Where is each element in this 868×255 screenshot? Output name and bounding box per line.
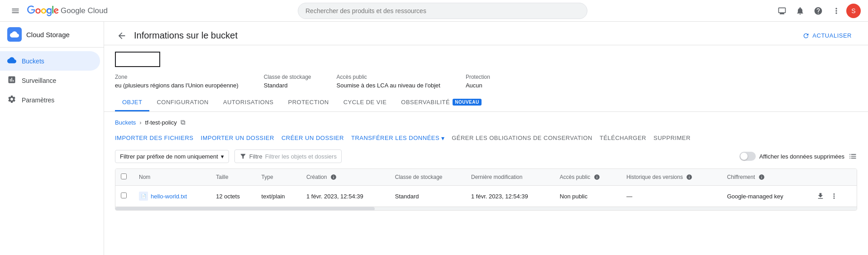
- hamburger-icon[interactable]: [7, 3, 24, 19]
- files-table-container: Nom Taille Type Création Classe de stock…: [115, 168, 857, 211]
- download-row-button[interactable]: [815, 190, 826, 202]
- page-header: Informations sur le bucket ACTUALISER: [104, 22, 868, 45]
- filter-label: Filtre: [249, 153, 262, 160]
- row-actions-header: [809, 169, 857, 186]
- row-checkbox[interactable]: [121, 192, 127, 198]
- sidebar-service-header: Cloud Storage: [0, 22, 104, 48]
- screen-icon[interactable]: [774, 3, 790, 19]
- tab-cycle-de-vie[interactable]: CYCLE DE VIE: [336, 94, 394, 111]
- file-storage-class-cell: Standard: [390, 186, 466, 207]
- scroll-bar-area: [115, 207, 857, 210]
- breadcrumb-separator: ›: [139, 119, 141, 126]
- notification-icon[interactable]: [792, 3, 808, 19]
- row-actions-cell: [809, 186, 857, 207]
- suppress-toggle[interactable]: [739, 152, 756, 161]
- gear-icon: [7, 95, 16, 105]
- bucket-meta: Zone eu (plusieurs régions dans l'Union …: [115, 74, 857, 89]
- public-access-column-header: Accès public: [554, 169, 621, 186]
- bucket-name-box: [115, 52, 160, 67]
- toggle-knob: [740, 153, 748, 160]
- more-icon[interactable]: [828, 3, 844, 19]
- service-name-label: Cloud Storage: [26, 31, 70, 38]
- back-button[interactable]: [115, 29, 129, 43]
- suppress-label: Afficher les données supprimées: [759, 153, 844, 160]
- tab-observabilite[interactable]: OBSERVABILITÉ NOUVEAU: [394, 94, 488, 111]
- download-button[interactable]: TÉLÉCHARGER: [600, 132, 646, 144]
- storage-class-meta: Classe de stockage Standard: [264, 74, 311, 89]
- transfer-data-button[interactable]: TRANSFÉRER LES DONNÉES: [351, 132, 439, 144]
- sidebar: Cloud Storage Buckets Surveillance Param…: [0, 0, 104, 255]
- zone-value: eu (plusieurs régions dans l'Union europ…: [115, 82, 238, 89]
- sidebar-item-parametres[interactable]: Paramètres: [0, 90, 100, 110]
- file-public-access-cell: Non public: [554, 186, 621, 207]
- help-icon[interactable]: [810, 3, 826, 19]
- delete-button[interactable]: SUPPRIMER: [653, 132, 691, 144]
- prefix-filter-dropdown[interactable]: Filtrer par préfixe de nom uniquement ▾: [115, 150, 229, 163]
- table-row: 📄 hello-world.txt 12 octets text/plain 1…: [115, 186, 857, 207]
- sidebar-item-surveillance[interactable]: Surveillance: [0, 71, 100, 90]
- cloud-label: Google Cloud: [61, 6, 108, 15]
- sidebar-surveillance-label: Surveillance: [22, 77, 56, 84]
- buckets-icon: [7, 56, 16, 66]
- file-link[interactable]: 📄 hello-world.txt: [139, 192, 205, 201]
- file-encryption-cell: Google-managed key: [722, 186, 810, 207]
- zone-meta: Zone eu (plusieurs régions dans l'Union …: [115, 74, 238, 89]
- user-avatar[interactable]: S: [846, 4, 861, 18]
- file-name-cell: 📄 hello-world.txt: [134, 186, 210, 207]
- creation-column-header: Création: [301, 169, 390, 186]
- manage-obligations-button[interactable]: GÉRER LES OBLIGATIONS DE CONSERVATION: [452, 132, 592, 144]
- protection-meta: Protection Aucun: [466, 74, 490, 89]
- transfer-data-chevron[interactable]: ▾: [441, 135, 444, 142]
- prefix-dropdown-icon: ▾: [221, 153, 224, 160]
- storage-class-label: Classe de stockage: [264, 74, 311, 80]
- transfer-data-dropdown[interactable]: TRANSFÉRER LES DONNÉES ▾: [351, 132, 444, 144]
- public-access-label: Accès public: [337, 74, 440, 80]
- name-column-header: Nom: [134, 169, 210, 186]
- bucket-info-section: Zone eu (plusieurs régions dans l'Union …: [104, 45, 868, 91]
- filter-bar: Filtrer par préfixe de nom uniquement ▾ …: [115, 149, 857, 163]
- file-last-modified-cell: 1 févr. 2023, 12:54:39: [466, 186, 554, 207]
- file-version-history-cell: —: [621, 186, 721, 207]
- object-content: Buckets › tf-test-policy ⧉ IMPORTER DES …: [104, 112, 868, 255]
- import-folder-button[interactable]: IMPORTER UN DOSSIER: [201, 132, 274, 144]
- service-icon: [7, 27, 22, 42]
- protection-value: Aucun: [466, 82, 490, 89]
- zone-label: Zone: [115, 74, 238, 80]
- tab-objet[interactable]: OBJET: [115, 94, 149, 111]
- file-creation-cell: 1 févr. 2023, 12:54:39: [301, 186, 390, 207]
- tabs-bar: OBJET CONFIGURATION AUTORISATIONS PROTEC…: [104, 94, 868, 112]
- more-row-button[interactable]: [828, 190, 840, 202]
- create-folder-button[interactable]: CRÉER UN DOSSIER: [281, 132, 344, 144]
- chart-icon: [7, 75, 16, 86]
- file-type-cell: text/plain: [256, 186, 301, 207]
- select-all-checkbox[interactable]: [121, 173, 127, 179]
- topbar-actions: S: [774, 3, 861, 19]
- columns-icon[interactable]: [848, 152, 857, 161]
- version-history-column-header: Historique des versions: [621, 169, 721, 186]
- search-input[interactable]: [298, 3, 587, 19]
- actions-bar: IMPORTER DES FICHIERS IMPORTER UN DOSSIE…: [115, 132, 857, 144]
- tab-protection[interactable]: PROTECTION: [281, 94, 336, 111]
- size-column-header: Taille: [210, 169, 256, 186]
- protection-label: Protection: [466, 74, 490, 80]
- breadcrumb: Buckets › tf-test-policy ⧉: [115, 118, 857, 126]
- copy-icon[interactable]: ⧉: [181, 118, 186, 126]
- files-table: Nom Taille Type Création Classe de stock…: [115, 169, 857, 207]
- breadcrumb-buckets-link[interactable]: Buckets: [115, 119, 136, 126]
- prefix-filter-label: Filtrer par préfixe de nom uniquement: [120, 153, 218, 160]
- tab-configuration[interactable]: CONFIGURATION: [149, 94, 216, 111]
- suppress-area: Afficher les données supprimées: [739, 152, 857, 161]
- new-badge: NOUVEAU: [453, 99, 482, 106]
- page-title: Informations sur le bucket: [134, 30, 238, 41]
- file-icon: 📄: [139, 192, 148, 201]
- filter-icon-area[interactable]: Filtre Filtrer les objets et dossiers: [234, 149, 342, 163]
- breadcrumb-current: tf-test-policy: [145, 119, 177, 126]
- sidebar-item-buckets[interactable]: Buckets: [0, 51, 100, 71]
- refresh-button[interactable]: ACTUALISER: [797, 29, 857, 42]
- sidebar-buckets-label: Buckets: [22, 58, 44, 65]
- sidebar-parametres-label: Paramètres: [22, 96, 54, 104]
- topbar: Google Cloud S: [0, 0, 868, 22]
- tab-autorisations[interactable]: AUTORISATIONS: [216, 94, 281, 111]
- import-files-button[interactable]: IMPORTER DES FICHIERS: [115, 132, 194, 144]
- storage-class-value: Standard: [264, 82, 311, 89]
